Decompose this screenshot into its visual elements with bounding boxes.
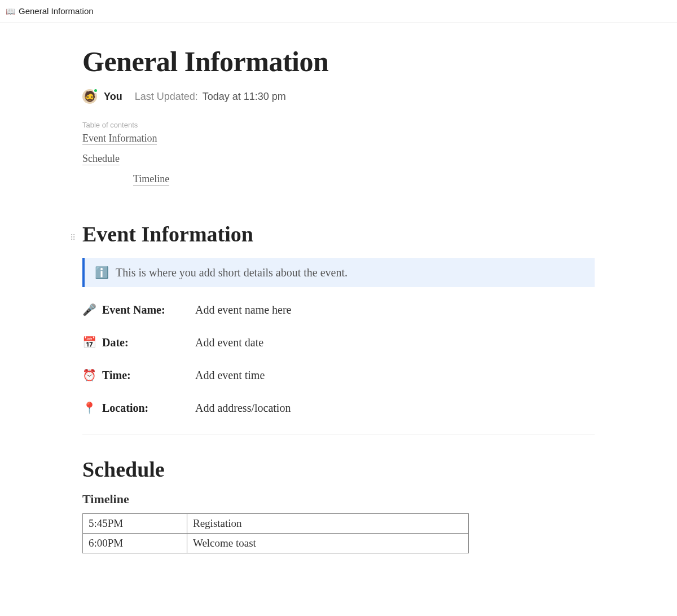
- detail-value-date[interactable]: Add event date: [195, 336, 263, 349]
- detail-value-location[interactable]: Add address/location: [195, 402, 291, 415]
- author-avatar[interactable]: 🧔: [82, 89, 97, 104]
- detail-value-event-name[interactable]: Add event name here: [195, 303, 291, 316]
- presence-dot-icon: [93, 88, 98, 93]
- author-name[interactable]: You: [104, 91, 122, 103]
- info-callout[interactable]: ℹ️ This is where you add short details a…: [82, 258, 595, 287]
- timeline-table[interactable]: 5:45PM Registation 6:00PM Welcome toast: [82, 513, 469, 553]
- info-icon: ℹ️: [95, 266, 109, 279]
- microphone-icon: 🎤: [82, 303, 96, 316]
- meta-row: 🧔 You Last Updated: Today at 11:30 pm: [82, 89, 595, 104]
- toc-link-event-information[interactable]: Event Information: [82, 133, 157, 145]
- book-icon: 📖: [6, 7, 15, 16]
- top-bar-title: General Information: [19, 6, 94, 16]
- updated-value: Today at 11:30 pm: [203, 91, 286, 103]
- cell-activity[interactable]: Welcome toast: [187, 534, 469, 553]
- table-row[interactable]: 5:45PM Registation: [83, 514, 469, 534]
- detail-label-time: Time:: [102, 369, 131, 382]
- toc-link-timeline[interactable]: Timeline: [133, 173, 169, 186]
- heading-schedule[interactable]: Schedule: [82, 457, 595, 482]
- calendar-icon: 📅: [82, 336, 96, 349]
- document-body: General Information 🧔 You Last Updated: …: [82, 23, 595, 576]
- updated-label: Last Updated:: [135, 91, 198, 103]
- detail-value-time[interactable]: Add event time: [195, 369, 265, 382]
- detail-row-event-name[interactable]: 🎤 Event Name: Add event name here: [82, 303, 595, 316]
- drag-handle-icon[interactable]: ⠿: [70, 233, 78, 242]
- table-row[interactable]: 6:00PM Welcome toast: [83, 534, 469, 553]
- clock-icon: ⏰: [82, 368, 96, 382]
- cell-time[interactable]: 5:45PM: [83, 514, 187, 534]
- detail-label-event-name: Event Name:: [102, 303, 165, 316]
- section-row-event-info: ⠿ Event Information: [70, 222, 595, 253]
- page-title[interactable]: General Information: [82, 45, 595, 78]
- pin-icon: 📍: [82, 401, 96, 415]
- cell-activity[interactable]: Registation: [187, 514, 469, 534]
- toc-link-schedule[interactable]: Schedule: [82, 153, 120, 165]
- table-of-contents: Table of contents Event Information Sche…: [82, 121, 595, 193]
- detail-label-date: Date:: [102, 336, 129, 349]
- heading-timeline[interactable]: Timeline: [82, 492, 595, 507]
- detail-row-location[interactable]: 📍 Location: Add address/location: [82, 401, 595, 415]
- detail-row-date[interactable]: 📅 Date: Add event date: [82, 336, 595, 349]
- detail-row-time[interactable]: ⏰ Time: Add event time: [82, 368, 595, 382]
- divider: [82, 434, 595, 434]
- toc-label: Table of contents: [82, 121, 595, 129]
- info-callout-text: This is where you add short details abou…: [116, 266, 348, 279]
- top-bar: 📖 General Information: [0, 0, 677, 23]
- detail-label-location: Location:: [102, 402, 148, 415]
- heading-event-information[interactable]: Event Information: [82, 222, 253, 247]
- cell-time[interactable]: 6:00PM: [83, 534, 187, 553]
